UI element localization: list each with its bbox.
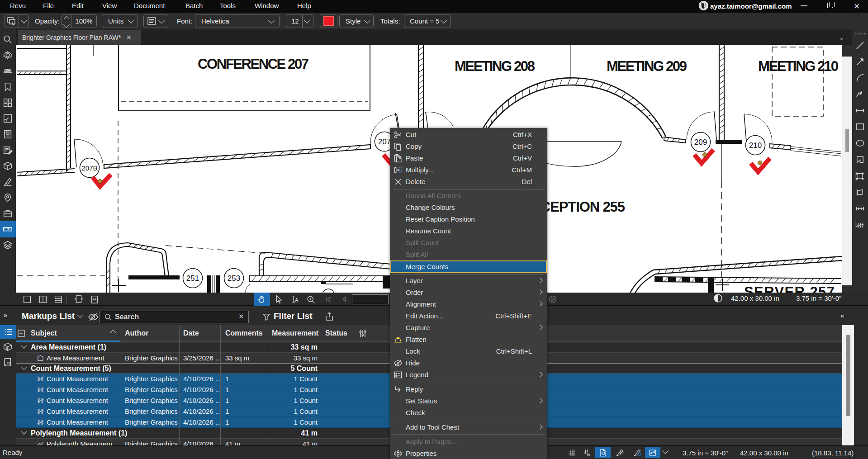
svg-text:MEETING 208: MEETING 208	[455, 58, 535, 74]
svg-text:209: 209	[694, 138, 707, 147]
svg-text:253: 253	[228, 274, 240, 283]
svg-text:MEETING 209: MEETING 209	[607, 58, 687, 74]
svg-text:A: A	[295, 298, 299, 303]
svg-text:207: 207	[378, 137, 391, 146]
svg-text:251: 251	[186, 274, 199, 283]
svg-text:SERVER 257: SERVER 257	[744, 284, 835, 293]
svg-text:MEETING 210: MEETING 210	[758, 58, 839, 74]
svg-text:207B: 207B	[81, 164, 97, 172]
svg-text:CONFERENCE 207: CONFERENCE 207	[198, 56, 309, 72]
svg-text:JS: JS	[6, 361, 10, 365]
svg-text:3p: 3p	[5, 347, 9, 350]
svg-text:210: 210	[749, 141, 762, 150]
svg-text:5: 5	[587, 452, 590, 457]
